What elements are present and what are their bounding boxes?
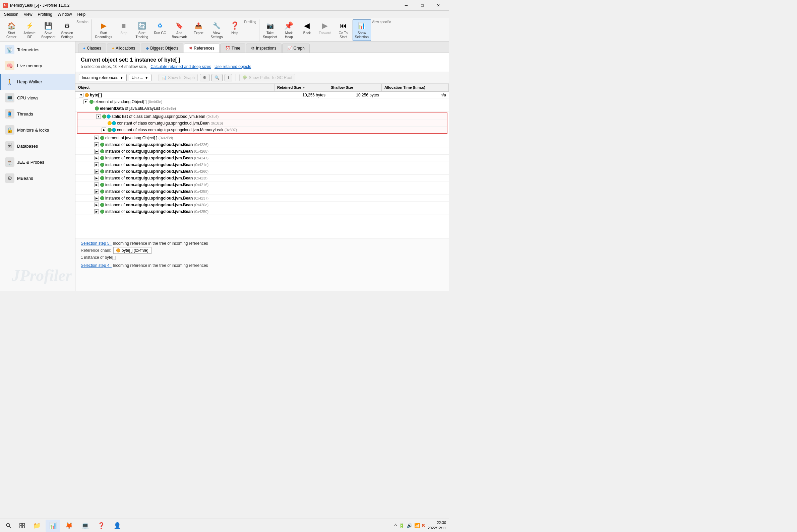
expand-button[interactable]: ▶ [94,183,99,187]
tab-biggest-objects[interactable]: ◆ Biggest Objects [141,43,183,53]
sidebar-item-telemetries[interactable]: 📡 Telemetries [0,41,75,58]
stop-recordings-button[interactable]: ⏹ Stop [115,19,132,41]
tab-time[interactable]: ⏰ Time [220,43,245,53]
tab-classes[interactable]: ● Classes [78,43,106,53]
expand-button[interactable]: ▶ [94,176,99,180]
green-dot-icon [108,128,112,132]
shallow-cell [328,101,382,102]
expand-button[interactable]: ▶ [102,128,106,132]
col-object-header[interactable]: Object [75,84,274,91]
minimize-button[interactable]: ─ [399,0,414,11]
expand-button[interactable]: ▶ [94,169,99,174]
titlebar: M MemoryLeak [5] - JProfiler 11.0.2 ─ □ … [0,0,449,11]
selection-step-5-link[interactable]: Selection step 5 : [81,241,112,246]
tab-allocations[interactable]: ● Allocations [107,43,140,53]
save-snapshot-button[interactable]: 💾 SaveSnapshot [39,19,58,41]
sidebar-item-jee-probes[interactable]: ☕ JEE & Probes [0,154,75,170]
show-in-graph-button[interactable]: 📊 Show In Graph [159,74,198,81]
expand-button[interactable]: ▼ [96,114,101,119]
expand-button[interactable]: ▶ [94,163,99,167]
sidebar-item-mbeans[interactable]: ⚙ MBeans [0,170,75,186]
selection-step-4-link[interactable]: Selection step 4 : [81,263,112,268]
go-to-start-button[interactable]: ⏮ Go ToStart [334,19,352,41]
take-snapshot-button[interactable]: 📷 TakeSnapshot [261,19,279,41]
green-dot-icon [102,114,106,118]
forward-button[interactable]: ▶ Forward [316,19,334,41]
expand-button[interactable]: ▼ [84,99,88,104]
help-button[interactable]: ❓ Help [226,19,243,41]
tree-table: Object Retained Size ▼ Shallow Size Allo… [75,84,449,238]
col-retained-header[interactable]: Retained Size ▼ [274,84,328,91]
menu-help[interactable]: Help [75,12,89,17]
close-button[interactable]: ✕ [431,0,446,11]
calculate-retained-link[interactable]: Calculate retained and deep sizes [150,64,211,69]
menu-window[interactable]: Window [55,12,75,17]
export-label: Export [194,31,203,35]
mbeans-icon: ⚙ [5,173,14,183]
activate-ide-button[interactable]: ⚡ ActivateIDE [21,19,38,41]
save-snapshot-icon: 💾 [43,21,53,31]
start-center-button[interactable]: 🏠 StartCenter [3,19,20,41]
info-icon-btn[interactable]: ℹ [224,74,232,81]
expand-button[interactable]: ▶ [94,209,99,214]
expand-button[interactable]: ▼ [79,93,84,97]
back-button[interactable]: ◀ Back [298,19,316,41]
node-text: instance of com.atguigu.springcloud.jvm.… [105,196,209,201]
menu-profiling[interactable]: Profiling [35,12,55,17]
session-settings-button[interactable]: ⚙ SessionSettings [58,19,76,41]
expand-button[interactable]: ▶ [94,196,99,201]
heap-walker-icon: 🚶 [5,77,14,87]
show-paths-button[interactable]: 🌳 Show Paths To GC Root [239,74,295,81]
filter-icon: 🔍 [215,75,219,80]
table-row: ▶ instance of com.atguigu.springcloud.jv… [75,202,449,208]
toolbar-group-profiling: ▶ StartRecordings ⏹ Stop 🔄 StartTracking… [91,19,259,41]
incoming-references-dropdown[interactable]: Incoming references ▼ [79,74,127,81]
export-button[interactable]: 📤 Export [190,19,207,41]
run-gc-button[interactable]: ♻ Run GC [151,19,168,41]
add-bookmark-button[interactable]: 🔖 AddBookmark [169,19,189,41]
expand-button[interactable]: ▶ [94,149,99,154]
tab-graph[interactable]: 📈 Graph [282,43,310,53]
view-settings-button[interactable]: 🔧 ViewSettings [208,19,225,41]
expand-button[interactable]: ▶ [94,136,99,140]
retained-cell [274,157,328,159]
use-retained-link[interactable]: Use retained objects [215,64,251,69]
show-selection-button[interactable]: 📊 ShowSelection [352,19,371,41]
step-5-desc: Incoming reference in the tree of incomi… [113,241,208,246]
classes-tab-icon: ● [83,46,86,51]
maximize-button[interactable]: □ [415,0,430,11]
tab-references[interactable]: ✖ References [184,43,219,53]
sidebar-item-live-memory[interactable]: 🧠 Live memory [0,58,75,74]
col-shallow-header[interactable]: Shallow Size [328,84,382,91]
settings-icon-btn[interactable]: ⚙ [200,74,210,81]
start-tracking-button[interactable]: 🔄 StartTracking [133,19,150,41]
sidebar-item-monitors-locks[interactable]: 🔒 Monitors & locks [0,122,75,138]
monitors-locks-icon: 🔒 [5,125,14,135]
sidebar-item-databases[interactable]: 🗄 Databases [0,138,75,154]
object-cell: ▶ instance of com.atguigu.springcloud.jv… [75,195,274,201]
green-dot-icon [100,203,104,207]
sidebar-item-threads[interactable]: 🧵 Threads [0,106,75,122]
expand-button[interactable]: ▶ [94,156,99,160]
use-dropdown[interactable]: Use ... ▼ [129,74,152,81]
expand-button[interactable]: ▶ [94,203,99,207]
toolbar-group-session: 🏠 StartCenter ⚡ ActivateIDE 💾 SaveSnapsh… [1,19,91,41]
tab-inspections[interactable]: ⚙ Inspections [246,43,282,53]
biggest-objects-tab-label: Biggest Objects [150,46,178,51]
expand-button[interactable]: ▶ [94,142,99,147]
start-recordings-button[interactable]: ▶ StartRecordings [93,19,115,41]
expand-button[interactable]: ▶ [94,189,99,194]
filter-icon-btn[interactable]: 🔍 [212,74,222,81]
menu-session[interactable]: Session [1,12,21,17]
sidebar-item-heap-walker[interactable]: 🚶 Heap Walker [0,74,75,90]
menu-view[interactable]: View [21,12,35,17]
time-cell [382,177,449,179]
ref-chain: Reference chain: byte[ ] (0x4f8e) [81,247,443,254]
table-row: ▶ element of java.lang.Object[ ] (0x4d3d… [75,135,449,141]
incoming-references-label: Incoming references [82,75,118,80]
mark-heap-button[interactable]: 📌 MarkHeap [280,19,297,41]
green-dot-icon [100,190,104,193]
references-tab-icon: ✖ [189,46,193,51]
col-time-header[interactable]: Allocation Time (h:m:s) [382,84,449,91]
sidebar-item-cpu-views[interactable]: 💻 CPU views [0,90,75,106]
